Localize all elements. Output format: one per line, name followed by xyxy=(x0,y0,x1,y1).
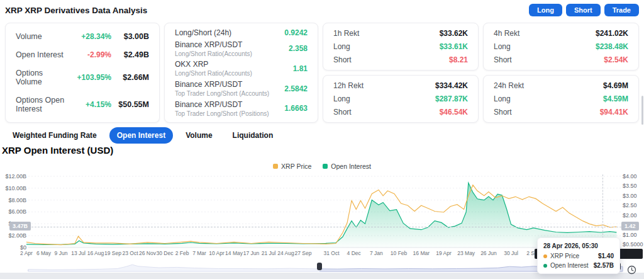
chart-legend: XRP PriceOpen Interest xyxy=(0,162,644,170)
rekt-label: Short xyxy=(333,55,449,64)
ratio-label-main: Long/Short (24h) xyxy=(175,28,231,37)
x-axis-tick: 31 Oct xyxy=(323,250,339,256)
x-axis-tick: 26 Nov xyxy=(139,250,156,256)
rekt-card-24h-rekt: 24h Rekt$4.69MLong$4.59MShort$94.41K xyxy=(483,75,639,123)
tab-open-interest[interactable]: Open Interest xyxy=(109,127,173,144)
rekt-row: Short$2.54K xyxy=(494,55,628,64)
rekt-value: $2.54K xyxy=(604,55,628,64)
x-axis-tick: 16 Aug xyxy=(87,250,104,256)
stat-label: Options Open Interest xyxy=(16,96,66,113)
stat-row: Options Volume+103.95%$2.66M xyxy=(16,69,149,86)
stat-row: Open Interest-2.99%$2.49B xyxy=(16,50,149,59)
legend-item-xrp-price[interactable]: XRP Price xyxy=(273,162,311,170)
history-clock-icon[interactable] xyxy=(627,265,636,275)
rekt-label: Long xyxy=(494,42,596,51)
rekt-row: 12h Rekt$334.42K xyxy=(333,81,468,90)
x-axis-tick: 24 Aug xyxy=(277,250,294,256)
trade-button[interactable]: Trade xyxy=(604,4,639,16)
stat-row: Volume+28.34%$3.00B xyxy=(16,32,149,41)
rekt-row: Short$94.41K xyxy=(494,108,628,117)
rekt-value: $8.21 xyxy=(449,55,468,64)
rekt-value: $94.41K xyxy=(600,108,628,117)
xrp-price-dot-icon xyxy=(543,254,547,258)
stat-value: $2.66M xyxy=(111,73,149,82)
legend-label: XRP Price xyxy=(281,162,311,170)
ratio-row: Binance XRP/USDTTop Trader Long/Short (P… xyxy=(175,100,308,117)
summary-cards: Volume+28.34%$3.00BOpen Interest-2.99%$2… xyxy=(5,23,639,123)
rekt-value: $4.69M xyxy=(603,81,628,90)
x-axis-tick: 17 Jun xyxy=(243,250,260,256)
ratio-label-sub: Top Trader Long/Short (Accounts) xyxy=(175,90,269,97)
navigator-unselected-overlay xyxy=(28,261,319,272)
stat-change: -2.99% xyxy=(66,50,111,59)
tab-liquidation[interactable]: Liquidation xyxy=(225,127,281,144)
x-axis-tick: 16 Mar xyxy=(413,250,430,256)
rekt-label: Short xyxy=(494,108,600,117)
ratio-row: Binance XRP/USDTLong/Short Ratio(Account… xyxy=(175,40,308,57)
rekt-value: $238.48K xyxy=(596,42,628,51)
rekt-grid: 1h Rekt$33.62KLong$33.61KShort$8.2112h R… xyxy=(323,23,639,123)
x-axis-tick: 7 Mar xyxy=(192,250,206,256)
rekt-value: $46.54K xyxy=(440,108,468,117)
tooltip-value: $1.40 xyxy=(598,253,614,259)
ratio-value: 1.81 xyxy=(293,64,308,73)
rekt-value: $33.61K xyxy=(440,42,468,51)
x-axis-tick: 23 May xyxy=(457,250,475,256)
ratio-value: 0.9242 xyxy=(284,28,308,37)
oi-crosshair-badge: 3.47B xyxy=(9,222,31,231)
scrollbar-thumb[interactable] xyxy=(641,96,643,125)
x-axis-tick: 13 Jul xyxy=(71,250,86,256)
x-axis-tick: 10 Feb xyxy=(391,250,407,256)
rekt-row: 24h Rekt$4.69M xyxy=(494,81,628,90)
rekt-label: Long xyxy=(333,42,440,51)
x-axis-tick: 26 Jun xyxy=(480,250,497,256)
chart-title: XRP Open Interest (USD) xyxy=(2,145,113,156)
legend-label: Open Interest xyxy=(331,162,371,170)
x-axis-tick: 30 Jul xyxy=(504,250,518,256)
rekt-row: Long$33.61K xyxy=(333,42,468,51)
rekt-label: 12h Rekt xyxy=(333,81,435,90)
ratio-row: OKX XRPLong/Short Ratio(Accounts)1.81 xyxy=(175,60,308,77)
rekt-row: 4h Rekt$241.02K xyxy=(494,29,628,38)
tooltip-value: $2.57B xyxy=(594,262,614,269)
rekt-value: $33.62K xyxy=(440,29,468,38)
tabs: Weighted Funding RateOpen InterestVolume… xyxy=(5,127,280,144)
ratio-label: Binance XRP/USDTLong/Short Ratio(Account… xyxy=(175,40,252,57)
stat-label: Volume xyxy=(16,32,66,41)
tooltip-label: XRP Price xyxy=(550,253,579,259)
ratio-value: 2.358 xyxy=(289,44,308,53)
tooltip-row: XRP Price$1.40 xyxy=(543,253,614,259)
short-button[interactable]: Short xyxy=(566,4,601,16)
tab-volume[interactable]: Volume xyxy=(178,127,219,144)
x-axis-tick: 10 Apr xyxy=(209,250,225,256)
x-axis-tick: 14 May xyxy=(225,250,243,256)
navigator-handle-left[interactable] xyxy=(317,263,322,270)
stat-change: +103.95% xyxy=(66,73,111,82)
crosshair-h-line xyxy=(28,227,621,227)
tooltip-row: Open Interest$2.57B xyxy=(543,262,614,269)
x-axis-tick: 2 Apr xyxy=(20,250,33,256)
ratio-card: Long/Short (24h)0.9242Binance XRP/USDTLo… xyxy=(164,23,318,123)
long-button[interactable]: Long xyxy=(529,4,562,16)
tab-weighted-funding-rate[interactable]: Weighted Funding Rate xyxy=(5,127,104,144)
header-buttons: LongShortTrade xyxy=(529,4,639,16)
x-axis-tick: 4 Dec xyxy=(347,250,361,256)
rekt-value: $241.02K xyxy=(596,29,628,38)
rekt-row: Long$238.48K xyxy=(494,42,628,51)
stats-card: Volume+28.34%$3.00BOpen Interest-2.99%$2… xyxy=(5,23,160,123)
x-axis-tick: 23 Oct xyxy=(122,250,138,256)
x-axis-tick: 30 Dec xyxy=(157,250,174,256)
ratio-label-sub: Top Trader Long/Short (Positions) xyxy=(175,110,269,117)
ratio-value: 1.6663 xyxy=(284,104,308,113)
legend-swatch xyxy=(273,164,278,169)
rekt-row: Long$4.59M xyxy=(494,94,628,103)
ratio-label: OKX XRPLong/Short Ratio(Accounts) xyxy=(175,60,252,77)
x-axis-tick: 21 Jul xyxy=(262,250,276,256)
stat-row: Options Open Interest+4.15%$50.55M xyxy=(16,96,149,113)
legend-item-open-interest[interactable]: Open Interest xyxy=(323,162,371,170)
rekt-label: 4h Rekt xyxy=(494,29,596,38)
rekt-row: Long$287.87K xyxy=(333,94,468,103)
ratio-value: 2.5842 xyxy=(284,84,308,93)
tooltip-label: Open Interest xyxy=(550,262,589,269)
legend-swatch xyxy=(323,164,328,169)
